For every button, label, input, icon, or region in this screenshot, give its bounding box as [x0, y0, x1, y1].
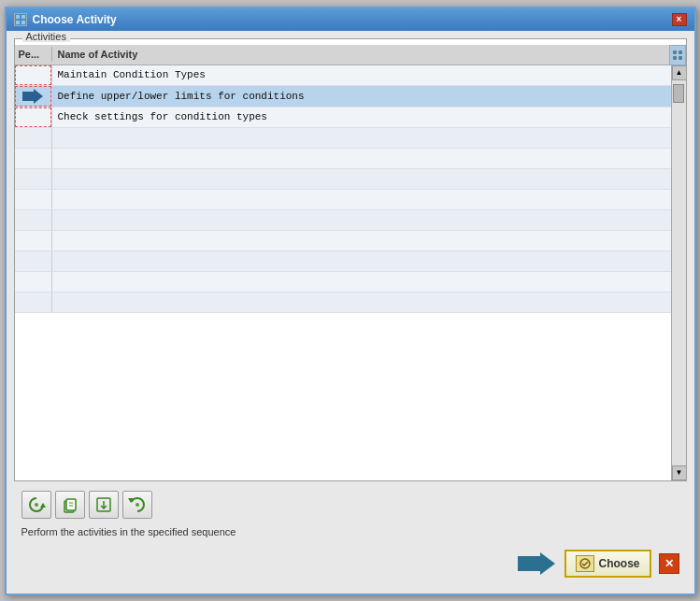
- row-pe-cell: [15, 293, 52, 312]
- row-name-cell: Check settings for condition types: [52, 107, 671, 127]
- dialog-icon: [14, 13, 27, 26]
- table-row[interactable]: [15, 128, 671, 149]
- svg-rect-5: [679, 50, 682, 54]
- title-bar: Choose Activity ×: [7, 8, 694, 31]
- row-pe-cell: [15, 231, 52, 250]
- row-name-cell: [52, 190, 671, 209]
- svg-marker-8: [22, 89, 43, 104]
- col-pe-header: Pe...: [15, 47, 52, 62]
- svg-point-15: [136, 503, 139, 507]
- column-config-icon[interactable]: [669, 45, 686, 65]
- toolbar: [21, 491, 679, 519]
- row-pe-cell: [15, 251, 52, 271]
- table-header: Pe... Name of Activity: [15, 45, 686, 65]
- row-pe-cell: [15, 210, 52, 230]
- row-pe-cell: [15, 272, 52, 292]
- choose-label: Choose: [598, 557, 639, 570]
- svg-rect-0: [16, 15, 20, 19]
- row-name-cell: [52, 128, 671, 148]
- choose-button[interactable]: Choose: [564, 550, 650, 578]
- row-name-cell: [52, 231, 671, 250]
- toolbar-copy-button[interactable]: [55, 491, 85, 519]
- choose-activity-dialog: Choose Activity × Activities Pe... Name …: [5, 7, 696, 595]
- svg-rect-6: [673, 56, 677, 60]
- row-pe-cell: [15, 65, 52, 85]
- close-button[interactable]: ×: [672, 13, 687, 26]
- row-name-cell: Define upper/lower limits for conditions: [52, 86, 671, 107]
- svg-marker-16: [518, 552, 555, 575]
- svg-rect-3: [21, 21, 25, 24]
- empty-space: [15, 313, 671, 480]
- title-bar-left: Choose Activity: [14, 13, 117, 26]
- table-row[interactable]: [15, 149, 671, 169]
- svg-point-10: [35, 503, 38, 507]
- row-name-cell: [52, 149, 671, 168]
- row-pe-cell: [15, 169, 52, 189]
- activities-group: Activities Pe... Name of Activity: [14, 38, 687, 481]
- row-pe-cell: [15, 128, 52, 148]
- svg-rect-1: [21, 15, 25, 19]
- toolbar-import-button[interactable]: [89, 491, 119, 519]
- svg-rect-7: [679, 56, 682, 60]
- table-row[interactable]: [15, 251, 671, 272]
- dialog-title: Choose Activity: [33, 13, 117, 26]
- row-pe-cell: [15, 107, 52, 127]
- choose-icon: [576, 555, 594, 572]
- table-body-area: Maintain Condition Types Defin: [15, 65, 686, 480]
- table-row[interactable]: Maintain Condition Types: [15, 65, 671, 86]
- row-name-cell: [52, 251, 671, 271]
- table-row[interactable]: [15, 272, 671, 293]
- row-pe-cell: [15, 190, 52, 209]
- col-name-header: Name of Activity: [52, 47, 686, 62]
- cancel-button[interactable]: ✕: [659, 553, 679, 574]
- table-rows: Maintain Condition Types Defin: [15, 65, 671, 480]
- navigate-arrow-icon[interactable]: [516, 549, 557, 579]
- bottom-area: Perform the activities in the specified …: [14, 487, 687, 586]
- row-pe-cell: [15, 86, 52, 107]
- svg-rect-4: [673, 50, 677, 54]
- table-row[interactable]: [15, 231, 671, 251]
- scroll-thumb[interactable]: [673, 84, 684, 103]
- scroll-down-button[interactable]: ▼: [672, 465, 686, 480]
- table-row[interactable]: [15, 293, 671, 313]
- svg-rect-2: [16, 21, 20, 24]
- row-pe-cell: [15, 149, 52, 168]
- table-row[interactable]: [15, 169, 671, 190]
- toolbar-refresh1-button[interactable]: [21, 491, 51, 519]
- row-name-cell: Maintain Condition Types: [52, 65, 671, 85]
- group-label: Activities: [22, 31, 70, 42]
- row-arrow-icon: [22, 88, 43, 105]
- row-name-cell: [52, 169, 671, 189]
- svg-marker-9: [40, 503, 46, 508]
- row-name-cell: [52, 293, 671, 312]
- scroll-track[interactable]: [672, 80, 686, 465]
- row-name-cell: [52, 272, 671, 292]
- dialog-body: Activities Pe... Name of Activity: [7, 31, 694, 594]
- row-name-cell: [52, 210, 671, 230]
- table-row[interactable]: Check settings for condition types: [15, 107, 671, 128]
- svg-rect-12: [66, 499, 76, 510]
- activities-table-container: Pe... Name of Activity: [15, 45, 686, 480]
- toolbar-refresh2-button[interactable]: [122, 491, 152, 519]
- action-row: Choose ✕: [21, 545, 679, 582]
- table-row[interactable]: [15, 190, 671, 210]
- scroll-up-button[interactable]: ▲: [672, 65, 686, 80]
- table-row[interactable]: [15, 210, 671, 231]
- table-row[interactable]: Define upper/lower limits for conditions: [15, 86, 671, 107]
- vertical-scrollbar[interactable]: ▲ ▼: [671, 65, 686, 480]
- status-text: Perform the activities in the specified …: [21, 524, 679, 539]
